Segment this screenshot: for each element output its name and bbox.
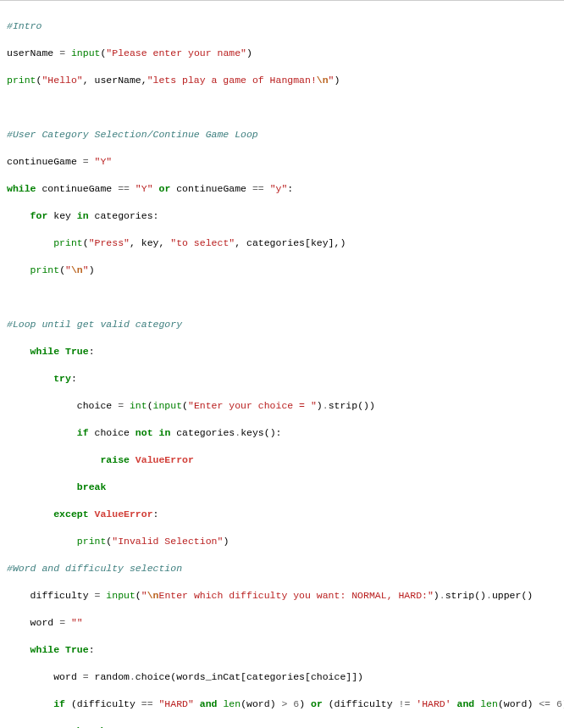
code-line: continueGame = "Y": [7, 155, 557, 169]
code-line: #User Category Selection/Continue Game L…: [7, 128, 557, 142]
code-line: [7, 291, 557, 304]
code-line: word = "": [7, 616, 557, 630]
code-line: for key in categories:: [7, 209, 557, 223]
code-line: print("\n"): [7, 264, 557, 277]
code-line: userName = input("Please enter your name…: [7, 47, 557, 60]
code-line: print("Invalid Selection"): [7, 535, 557, 548]
code-line: #Intro: [7, 19, 557, 33]
code-line: break: [7, 725, 557, 728]
code-line: choice = int(input("Enter your choice = …: [7, 399, 557, 413]
code-line: #Word and difficulty selection: [7, 562, 557, 575]
code-line: raise ValueError: [7, 453, 557, 467]
code-line: try:: [7, 372, 557, 386]
comment: #User Category Selection/Continue Game L…: [7, 129, 258, 140]
code-block: #Intro userName = input("Please enter yo…: [0, 0, 564, 728]
code-line: difficulty = input("\nEnter which diffic…: [7, 589, 557, 603]
code-line: while continueGame == "Y" or continueGam…: [7, 182, 557, 196]
code-line: except ValueError:: [7, 508, 557, 521]
code-line: while True:: [7, 643, 557, 657]
code-line: [7, 101, 557, 114]
code-line: break: [7, 481, 557, 494]
comment: #Word and difficulty selection: [7, 563, 182, 574]
code-line: word = random.choice(words_inCat[categor…: [7, 670, 557, 684]
code-line: print("Press", key, "to select", categor…: [7, 236, 557, 250]
code-line: if (difficulty == "HARD" and len(word) >…: [7, 697, 557, 711]
code-line: if choice not in categories.keys():: [7, 426, 557, 440]
comment: #Intro: [7, 20, 41, 31]
code-line: #Loop until get valid category: [7, 318, 557, 331]
comment: #Loop until get valid category: [7, 319, 182, 330]
code-line: while True:: [7, 345, 557, 358]
code-line: print("Hello", userName,"lets play a gam…: [7, 74, 557, 87]
